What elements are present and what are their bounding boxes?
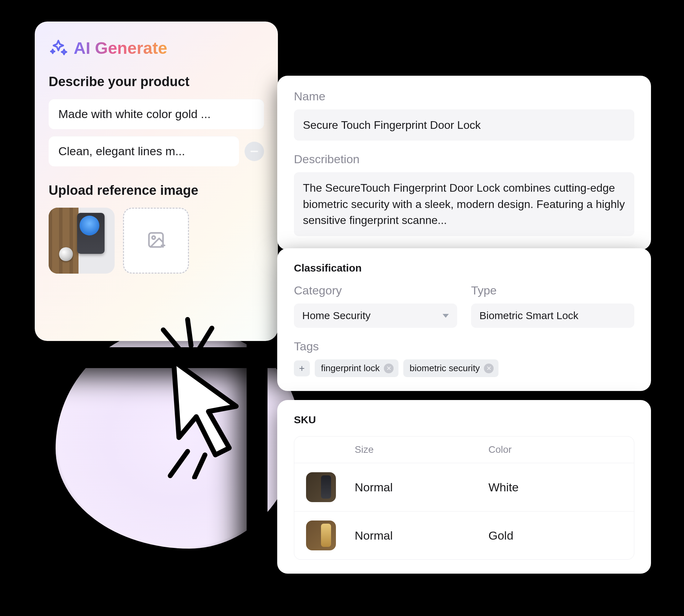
details-card: Name Secure Touch Fingerprint Door Lock … bbox=[277, 76, 651, 250]
svg-point-1 bbox=[152, 236, 155, 239]
tags-row: + fingerprint lock ✕ biometric security … bbox=[294, 359, 634, 377]
sku-heading: SKU bbox=[294, 414, 634, 426]
prompt-row-2: Clean, elegant lines m... bbox=[49, 136, 264, 166]
type-input[interactable]: Biometric Smart Lock bbox=[471, 303, 634, 328]
type-value: Biometric Smart Lock bbox=[479, 310, 578, 322]
thumbnails bbox=[49, 208, 264, 274]
category-value: Home Security bbox=[302, 310, 371, 322]
sku-header-row: Size Color bbox=[294, 436, 634, 463]
remove-tag-icon[interactable]: ✕ bbox=[484, 364, 494, 373]
prompt-input-2[interactable]: Clean, elegant lines m... bbox=[49, 136, 239, 166]
type-label: Type bbox=[471, 284, 634, 297]
category-label: Category bbox=[294, 284, 457, 297]
remove-prompt-button[interactable] bbox=[245, 142, 264, 161]
tag-2[interactable]: biometric security ✕ bbox=[403, 359, 498, 377]
chevron-down-icon bbox=[443, 314, 449, 318]
lock-screen bbox=[80, 216, 99, 235]
prompt-input-1[interactable]: Made with white color gold ... bbox=[49, 99, 264, 129]
table-row[interactable]: Normal White bbox=[294, 463, 634, 511]
sku-col-size: Size bbox=[355, 444, 488, 455]
sku-size-2: Normal bbox=[355, 529, 488, 542]
sku-color-1: White bbox=[488, 481, 622, 494]
tag-1-label: fingerprint lock bbox=[321, 363, 380, 374]
sku-col-color: Color bbox=[488, 444, 622, 455]
image-add-icon bbox=[147, 231, 165, 251]
tag-1[interactable]: fingerprint lock ✕ bbox=[315, 359, 398, 377]
name-label: Name bbox=[294, 90, 634, 103]
remove-tag-icon[interactable]: ✕ bbox=[384, 364, 394, 373]
ai-generate-card: AI Generate Describe your product Made w… bbox=[35, 22, 278, 341]
tags-label: Tags bbox=[294, 340, 634, 353]
background-blob bbox=[56, 326, 299, 549]
door-lock-image bbox=[49, 208, 115, 274]
sku-color-2: Gold bbox=[488, 529, 622, 542]
add-image-button[interactable] bbox=[123, 208, 189, 274]
description-label: Describetion bbox=[294, 152, 634, 166]
ai-header: AI Generate bbox=[49, 38, 264, 58]
sku-table: Size Color Normal White Normal Gold bbox=[294, 436, 634, 560]
description-input[interactable]: The SecureTouch Fingerprint Door Lock co… bbox=[294, 172, 634, 236]
category-select[interactable]: Home Security bbox=[294, 303, 457, 328]
upload-label: Upload reference image bbox=[49, 183, 264, 198]
classification-heading: Classification bbox=[294, 262, 634, 274]
sku-thumb-2 bbox=[306, 521, 336, 550]
tag-2-label: biometric security bbox=[410, 363, 480, 374]
describe-label: Describe your product bbox=[49, 74, 264, 89]
add-tag-button[interactable]: + bbox=[294, 360, 310, 376]
sku-card: SKU Size Color Normal White Normal Gold bbox=[277, 400, 651, 574]
sku-thumb-1 bbox=[306, 472, 336, 502]
sku-size-1: Normal bbox=[355, 481, 488, 494]
reference-image-1[interactable] bbox=[49, 208, 115, 274]
ai-title: AI Generate bbox=[74, 39, 167, 58]
table-row[interactable]: Normal Gold bbox=[294, 511, 634, 559]
sparkle-icon bbox=[49, 38, 68, 58]
classification-card: Classification Category Home Security Ty… bbox=[277, 248, 651, 391]
name-input[interactable]: Secure Touch Fingerprint Door Lock bbox=[294, 109, 634, 141]
